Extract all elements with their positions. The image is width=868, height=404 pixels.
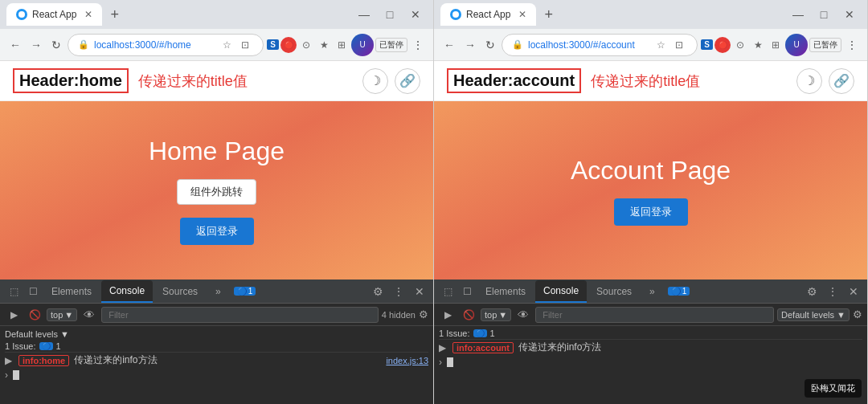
right-dt-kebab-icon[interactable]: ⋮ [824,283,841,300]
left-dt-kebab-icon[interactable]: ⋮ [390,283,407,300]
right-dt-eye-icon[interactable]: 👁 [514,306,532,324]
right-dt-tab-sources[interactable]: Sources [588,280,640,303]
right-dt-inspect-icon[interactable]: ⬚ [439,283,457,300]
svg-point-1 [452,11,459,18]
left-minimize-button[interactable]: — [353,3,375,26]
left-devtools: ⬚ ☐ Elements Console Sources » 🔵 1 [0,280,433,404]
right-dt-device-icon[interactable]: ☐ [458,283,476,300]
right-dt-badge: 🔵 1 [668,287,690,296]
left-header-moon-icon[interactable]: ☽ [362,68,388,94]
left-page-title: Home Page [149,137,285,166]
left-header-subtitle: 传递过来的title值 [138,71,248,91]
right-dt-block-icon[interactable]: 🚫 [460,306,477,324]
right-dt-levels-select[interactable]: Default levels ▼ [777,308,850,321]
left-dt-tab-console[interactable]: Console [101,280,153,303]
left-url-bookmark-icon[interactable]: ☆ [219,37,235,53]
right-dt-play-icon[interactable]: ▶ [439,306,457,324]
right-new-tab-button[interactable]: + [539,6,558,23]
watermark: 卧梅又闻花 [805,379,862,398]
right-dt-console-bar: ▶ 🚫 top ▼ 👁 Default levels ▼ ⚙ [434,304,867,326]
right-url-cast-icon[interactable]: ⊡ [671,37,687,53]
left-dt-settings-icon[interactable]: ⚙ [369,283,387,300]
right-dt-filter-input[interactable] [535,307,774,323]
right-header-link-icon[interactable]: 🔗 [829,68,854,94]
left-dt-device-icon[interactable]: ☐ [24,283,42,300]
right-forward-button[interactable]: → [461,37,479,53]
right-back-button[interactable]: ← [440,37,458,53]
left-dt-tab-sources[interactable]: Sources [154,280,206,303]
left-dt-log-link[interactable]: index.js:13 [386,356,428,365]
left-toolbar-grid-icon[interactable]: ⊞ [334,37,350,53]
left-url-lock-icon: 🔒 [78,39,89,50]
right-dt-top-select[interactable]: top ▼ [481,308,511,321]
right-tab-close[interactable]: ✕ [518,9,526,20]
right-active-tab[interactable]: React App ✕ [440,3,536,26]
left-url-bar[interactable]: 🔒 localhost:3000/#/home ☆ ⊡ [68,34,264,56]
right-dt-tab-elements[interactable]: Elements [477,280,534,303]
left-dt-tab-more[interactable]: » [207,280,229,303]
left-dt-eye-icon[interactable]: 👁 [80,306,98,324]
left-address-bar: ← → ↻ 🔒 localhost:3000/#/home ☆ ⊡ S 🔴 ⊙ … [0,29,433,61]
left-toolbar-right: S 🔴 ⊙ ★ ⊞ U 已暂停 ⋮ [267,34,427,56]
right-toolbar-grid-icon[interactable]: ⊞ [768,37,784,53]
right-refresh-button[interactable]: ↻ [482,37,498,53]
right-dt-log-line: ▶ info:account 传递过来的info方法 [439,339,862,355]
left-maximize-button[interactable]: □ [379,3,401,26]
left-active-tab[interactable]: React App ✕ [6,3,102,26]
right-dt-gear-icon[interactable]: ⚙ [853,308,862,320]
left-back-login-button[interactable]: 返回登录 [180,218,254,245]
right-toolbar-circle-icon[interactable]: ⊙ [732,37,748,53]
right-dt-input-line: › [439,355,862,369]
right-back-login-button[interactable]: 返回登录 [614,198,688,226]
left-close-button[interactable]: ✕ [404,3,427,26]
left-url-cast-icon[interactable]: ⊡ [237,37,253,53]
left-dt-top-select[interactable]: top ▼ [47,308,77,321]
right-avatar-button[interactable]: U [785,34,808,56]
left-page-main: Home Page 组件外跳转 返回登录 [0,101,433,280]
left-toolbar-circle-icon[interactable]: ⊙ [298,37,314,53]
right-toolbar-star-icon[interactable]: ★ [750,37,766,53]
right-dt-cursor [447,357,453,367]
left-dt-play-icon[interactable]: ▶ [5,306,23,324]
right-minimize-button[interactable]: — [787,3,809,26]
right-dt-settings-icon[interactable]: ⚙ [803,283,821,300]
left-dt-tab-elements[interactable]: Elements [43,280,100,303]
left-refresh-button[interactable]: ↻ [48,37,64,53]
left-dt-inspect-icon[interactable]: ⬚ [5,283,23,300]
left-more-button[interactable]: ⋮ [409,37,427,53]
right-more-button[interactable]: ⋮ [843,37,861,53]
left-forward-button[interactable]: → [27,37,45,53]
right-url-bar[interactable]: 🔒 localhost:3000/#/account ☆ ⊡ [502,34,698,56]
right-dt-tab-more[interactable]: » [641,280,663,303]
left-dt-close-icon[interactable]: ✕ [411,283,428,300]
left-s-extension-icon: S [267,39,279,50]
right-address-bar: ← → ↻ 🔒 localhost:3000/#/account ☆ ⊡ S 🔴… [434,29,867,61]
left-tab-close[interactable]: ✕ [84,9,92,20]
right-dt-badge-icon: 🔵 [671,287,681,296]
left-dt-filter-input[interactable] [101,307,379,323]
left-dt-badge: 🔵 1 [234,287,256,296]
right-dt-close-icon[interactable]: ✕ [845,283,862,300]
right-url-bookmark-icon[interactable]: ☆ [653,37,669,53]
left-header-link-icon[interactable]: 🔗 [395,68,420,94]
right-dt-input-prompt: › [439,357,442,368]
right-tab-favicon [450,9,461,20]
right-header-moon-icon[interactable]: ☽ [796,68,822,94]
left-avatar-button[interactable]: U [351,34,374,56]
right-dt-tab-console[interactable]: Console [535,280,587,303]
right-tab-title: React App [466,9,510,20]
left-dt-default-levels[interactable]: Default levels ▼ [5,328,428,341]
left-dt-block-icon[interactable]: 🚫 [26,306,43,324]
left-dt-badge-icon: 🔵 [237,287,247,296]
left-back-button[interactable]: ← [6,37,24,53]
left-toolbar-star-icon[interactable]: ★ [316,37,332,53]
right-close-button[interactable]: ✕ [838,3,861,26]
right-dt-controls: ⚙ ⋮ ✕ [803,283,862,300]
left-tab-title: React App [32,9,76,20]
right-header-subtitle: 传递过来的title值 [591,71,700,91]
left-new-tab-button[interactable]: + [105,6,124,23]
left-jump-button[interactable]: 组件外跳转 [177,179,256,205]
right-maximize-button[interactable]: □ [813,3,835,26]
left-dt-gear-icon[interactable]: ⚙ [419,308,428,320]
right-page-title: Account Page [571,156,731,186]
